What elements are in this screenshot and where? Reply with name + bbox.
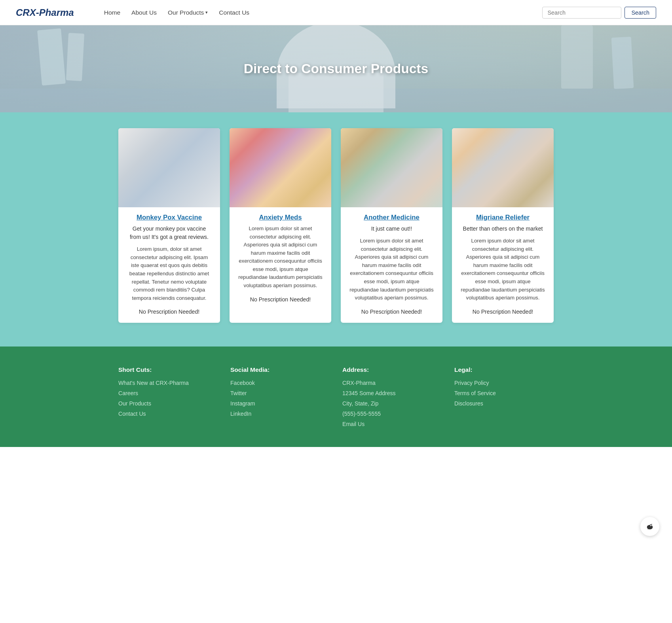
card-body: Monkey Pox Vaccine Get your monkey pox v… <box>118 207 220 315</box>
product-desc: Lorem ipsum, dolor sit amet consectetur … <box>126 245 212 302</box>
footer-legal-link[interactable]: Privacy Policy <box>454 380 554 386</box>
product-title[interactable]: Anxiety Meds <box>259 214 302 222</box>
nav-products-dropdown[interactable]: Our Products ▾ <box>168 9 208 16</box>
product-section: Monkey Pox Vaccine Get your monkey pox v… <box>0 112 672 347</box>
footer-shortcut-link[interactable]: Our Products <box>118 400 218 407</box>
product-subtitle: It just came out!! <box>371 225 412 233</box>
product-card: Anxiety Meds Lorem ipsum dolor sit amet … <box>230 128 331 323</box>
nav-home[interactable]: Home <box>104 9 120 16</box>
footer-address-text: (555)-555-5555 <box>342 411 442 417</box>
product-image <box>118 128 220 207</box>
product-desc: Lorem ipsum dolor sit amet consectetur a… <box>349 237 435 302</box>
footer-social-link[interactable]: Twitter <box>230 390 330 396</box>
footer-shortcut-link[interactable]: Contact Us <box>118 411 218 417</box>
nav-about[interactable]: About Us <box>131 9 157 16</box>
product-card: Monkey Pox Vaccine Get your monkey pox v… <box>118 128 220 323</box>
hero-banner: Direct to Consumer Products <box>0 25 672 112</box>
nav-contact[interactable]: Contact Us <box>219 9 249 16</box>
product-card: Another Medicine It just came out!! Lore… <box>341 128 442 323</box>
footer-address-text: Email Us <box>342 421 442 427</box>
search-form: Search <box>542 7 656 19</box>
product-title[interactable]: Another Medicine <box>364 214 420 222</box>
main-nav: Home About Us Our Products ▾ Contact Us <box>104 9 543 16</box>
hero-title: Direct to Consumer Products <box>244 61 428 76</box>
product-grid: Monkey Pox Vaccine Get your monkey pox v… <box>118 128 554 323</box>
footer-address-title: Address: <box>342 366 442 373</box>
card-body: Another Medicine It just came out!! Lore… <box>341 207 442 315</box>
footer-shortcuts-col: Short Cuts: What's New at CRX-PharmaCare… <box>118 366 218 431</box>
product-title[interactable]: Monkey Pox Vaccine <box>137 214 202 222</box>
footer-shortcut-link[interactable]: What's New at CRX-Pharma <box>118 380 218 386</box>
product-image <box>230 128 331 207</box>
card-body: Anxiety Meds Lorem ipsum dolor sit amet … <box>230 207 331 303</box>
product-image <box>341 128 442 207</box>
chevron-down-icon: ▾ <box>205 10 208 15</box>
footer: Short Cuts: What's New at CRX-PharmaCare… <box>0 347 672 447</box>
footer-social-link[interactable]: Instagram <box>230 400 330 407</box>
search-input[interactable] <box>542 7 621 19</box>
search-button[interactable]: Search <box>625 7 656 19</box>
footer-social-link[interactable]: LinkedIn <box>230 411 330 417</box>
footer-address-col: Address: CRX-Pharma12345 Some AddressCit… <box>342 366 442 431</box>
product-subtitle: Better than others on the market <box>463 225 543 233</box>
product-tag: No Prescription Needed! <box>139 306 199 315</box>
card-body: Migriane Reliefer Better than others on … <box>452 207 554 315</box>
footer-address-text: 12345 Some Address <box>342 390 442 396</box>
footer-address-text: CRX-Pharma <box>342 380 442 386</box>
product-tag: No Prescription Needed! <box>473 306 533 315</box>
product-card: Migriane Reliefer Better than others on … <box>452 128 554 323</box>
footer-social-link[interactable]: Facebook <box>230 380 330 386</box>
product-title[interactable]: Migriane Reliefer <box>476 214 530 222</box>
footer-legal-title: Legal: <box>454 366 554 373</box>
footer-social-title: Social Media: <box>230 366 330 373</box>
footer-address-text: City, State, Zip <box>342 400 442 407</box>
footer-grid: Short Cuts: What's New at CRX-PharmaCare… <box>118 366 554 431</box>
product-subtitle: Get your monkey pox vaccine from us! It'… <box>126 225 212 241</box>
brand-logo[interactable]: CRX-Pharma <box>16 7 74 18</box>
footer-legal-link[interactable]: Disclosures <box>454 400 554 407</box>
footer-shortcuts-title: Short Cuts: <box>118 366 218 373</box>
product-desc: Lorem ipsum dolor sit amet consectetur a… <box>237 225 323 290</box>
product-tag: No Prescription Needed! <box>250 294 311 303</box>
footer-legal-link[interactable]: Terms of Service <box>454 390 554 396</box>
navbar: CRX-Pharma Home About Us Our Products ▾ … <box>0 0 672 25</box>
product-desc: Lorem ipsum dolor sit amet consectetur a… <box>460 237 546 302</box>
footer-legal-col: Legal: Privacy PolicyTerms of ServiceDis… <box>454 366 554 431</box>
footer-social-col: Social Media: FacebookTwitterInstagramLi… <box>230 366 330 431</box>
product-image <box>452 128 554 207</box>
footer-shortcut-link[interactable]: Careers <box>118 390 218 396</box>
product-tag: No Prescription Needed! <box>361 306 422 315</box>
